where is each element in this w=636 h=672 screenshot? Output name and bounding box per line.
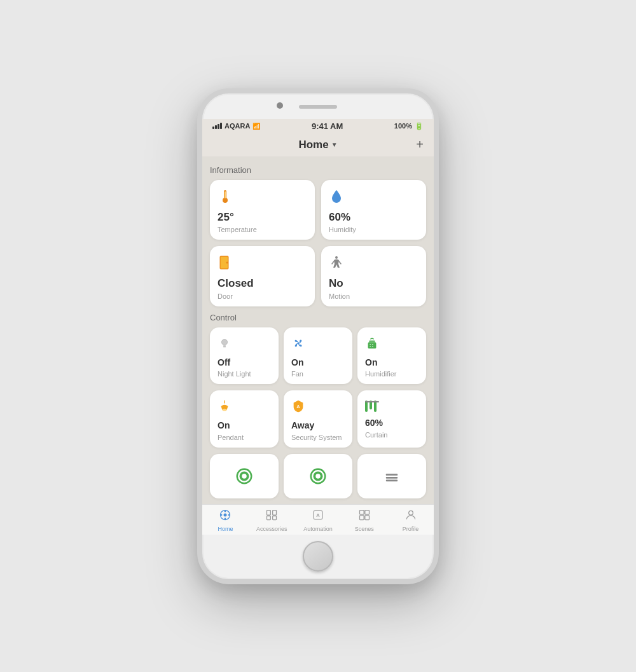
svg-rect-40 [359,510,364,514]
svg-rect-34 [267,510,271,515]
svg-point-6 [335,256,338,259]
scene-card-3[interactable] [357,454,426,498]
bulb-icon [218,336,271,354]
add-button[interactable]: + [416,137,424,152]
home-title: Home [298,139,328,151]
wifi-icon: 📶 [252,123,260,130]
home-nav-icon [219,509,232,525]
phone-screen: AQARA 📶 9:41 AM 100% 🔋 Home ▼ + Informat… [202,119,434,535]
svg-point-17 [222,409,226,411]
door-card[interactable]: Closed Door [210,246,315,306]
app-header: Home ▼ + [202,134,434,156]
door-label: Door [218,292,307,300]
nav-item-home[interactable]: Home [202,509,249,532]
chevron-down-icon: ▼ [331,141,338,148]
temperature-label: Temperature [218,226,307,233]
nav-item-accessories[interactable]: Accessories [249,509,295,532]
svg-rect-37 [273,516,277,519]
curtain-value: 60% [365,418,418,428]
pendant-value: On [218,421,271,430]
humidifier-icon [365,336,418,354]
svg-rect-2 [225,191,226,198]
motion-value: No [329,278,418,290]
control-grid-2: On Pendant A Away Security System [210,390,426,447]
svg-point-32 [221,514,223,516]
night-light-value: Off [218,358,271,367]
status-bar: AQARA 📶 9:41 AM 100% 🔋 [202,119,434,134]
motion-card[interactable]: No Motion [321,246,426,306]
motion-label: Motion [329,292,418,300]
signal-bars [212,123,222,129]
humidifier-card[interactable]: On Humidifier [357,327,426,384]
motion-icon [329,255,418,274]
information-label: Information [210,165,426,175]
svg-point-24 [315,474,321,479]
scene-card-1[interactable] [210,454,279,498]
automation-nav-label: Automation [303,526,333,532]
profile-nav-label: Profile [403,526,419,532]
nav-item-profile[interactable]: Profile [387,509,434,532]
nav-item-automation[interactable]: A Automation [295,509,342,532]
curtain-card[interactable]: 60% Curtain [357,390,426,447]
bottom-nav: Home Accessories A [202,504,434,535]
scene-card-2[interactable] [284,454,352,498]
svg-point-31 [225,518,226,519]
svg-rect-25 [386,474,398,476]
humidity-card[interactable]: 60% Humidity [321,180,426,240]
svg-point-11 [297,342,300,345]
svg-point-30 [225,510,226,512]
svg-rect-42 [359,515,364,519]
battery-icon: 🔋 [415,122,424,130]
humidity-label: Humidity [329,226,418,233]
header-title[interactable]: Home ▼ [298,139,337,151]
svg-rect-26 [386,477,398,479]
phone-wrapper: AQARA 📶 9:41 AM 100% 🔋 Home ▼ + Informat… [197,88,439,584]
status-left: AQARA 📶 [212,122,260,130]
droplet-icon [329,189,418,208]
fan-card[interactable]: On Fan [284,327,352,384]
temperature-card[interactable]: 25° Temperature [210,180,315,240]
svg-rect-43 [365,515,370,519]
pendant-icon [218,399,271,417]
svg-line-8 [339,261,341,264]
humidity-value: 60% [329,212,418,224]
svg-point-5 [226,262,228,264]
door-icon [218,255,307,274]
control-grid-1: Off Night Light On Fan [210,327,426,384]
night-light-card[interactable]: Off Night Light [210,327,279,384]
phone-camera [277,102,283,109]
night-light-label: Night Light [218,370,271,378]
shield-icon: A [291,399,345,417]
door-value: Closed [218,278,307,290]
fan-label: Fan [291,370,345,378]
security-label: Security System [291,434,345,441]
svg-text:A: A [296,404,300,409]
automation-icon: A [312,509,324,525]
fan-icon [291,336,345,354]
svg-text:A: A [316,512,320,518]
humidifier-value: On [365,358,418,367]
status-right: 100% 🔋 [394,122,424,130]
temperature-value: 25° [218,212,307,224]
nav-item-scenes[interactable]: Scenes [341,509,387,532]
svg-rect-41 [365,510,370,514]
fan-value: On [291,358,345,367]
svg-line-7 [332,261,334,264]
phone-home-button[interactable] [303,541,333,572]
battery-label: 100% [394,122,412,130]
curtain-label: Curtain [365,431,418,439]
svg-point-1 [223,198,228,203]
info-grid-bottom: Closed Door No Motion [210,246,426,306]
svg-rect-36 [267,516,271,519]
pendant-card[interactable]: On Pendant [210,390,279,447]
accessories-icon [265,509,278,525]
control-label: Control [210,313,426,322]
app-content[interactable]: Information 25° Temperature [202,156,434,504]
scene-grid [210,454,426,498]
home-nav-label: Home [218,526,233,532]
security-card[interactable]: A Away Security System [284,390,352,447]
phone-speaker [299,105,337,109]
carrier-label: AQARA [225,122,250,130]
thermometer-icon [218,189,307,208]
profile-icon [404,509,417,525]
